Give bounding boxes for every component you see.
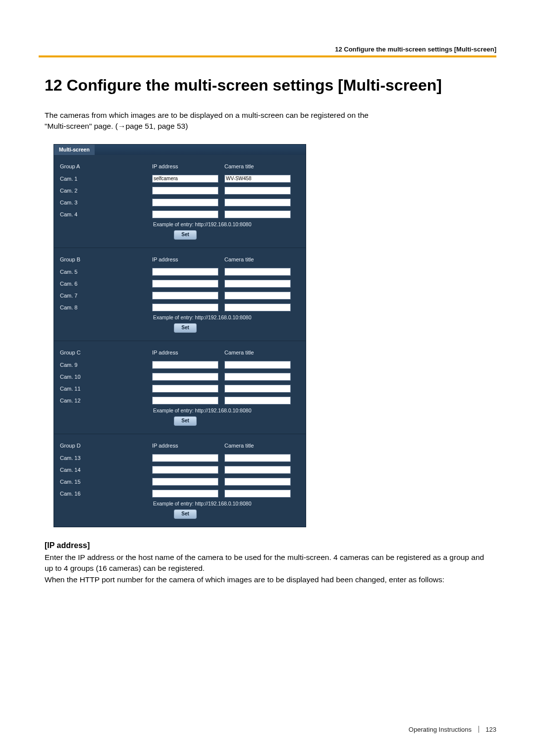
camera-title-input[interactable]: [224, 385, 291, 393]
group-header-row: Group BIP addressCamera title: [59, 254, 301, 265]
column-header-ip: IP address: [152, 350, 221, 355]
ip-address-input[interactable]: [152, 175, 218, 183]
ip-address-input[interactable]: [152, 490, 218, 498]
camera-label: Cam. 11: [59, 386, 152, 392]
column-header-title: Camera title: [224, 163, 294, 169]
footer-label: Operating Instructions: [409, 726, 472, 733]
column-header-title: Camera title: [224, 350, 294, 355]
intro-cross-ref: →page 51, page 53: [118, 122, 185, 130]
camera-title-input[interactable]: [224, 175, 291, 183]
camera-row: Cam. 6: [59, 278, 301, 290]
entry-example-text: Example of entry: http://192.168.0.10:80…: [153, 313, 301, 323]
camera-title-input[interactable]: [224, 373, 291, 381]
ip-address-input[interactable]: [152, 397, 218, 404]
group-header-row: Group AIP addressCamera title: [59, 161, 301, 172]
body-paragraph-1: Enter the IP address or the host name of…: [45, 552, 490, 574]
footer-separator: [479, 726, 479, 733]
camera-label: Cam. 2: [59, 188, 152, 194]
camera-title-input[interactable]: [224, 199, 291, 206]
camera-title-input[interactable]: [224, 187, 291, 195]
camera-title-input[interactable]: [224, 397, 291, 404]
camera-title-input[interactable]: [224, 466, 291, 474]
camera-label: Cam. 12: [59, 398, 152, 403]
column-header-ip: IP address: [152, 256, 221, 262]
camera-label: Cam. 16: [59, 491, 152, 497]
camera-row: Cam. 2: [59, 185, 301, 197]
footer-page-number: 123: [485, 726, 496, 733]
ip-address-input[interactable]: [152, 280, 218, 288]
column-header-title: Camera title: [224, 443, 294, 449]
camera-label: Cam. 13: [59, 455, 152, 461]
camera-title-input[interactable]: [224, 268, 291, 276]
camera-label: Cam. 10: [59, 374, 152, 380]
entry-example-text: Example of entry: http://192.168.0.10:80…: [153, 406, 301, 416]
camera-row: Cam. 1: [59, 173, 301, 185]
header-rule: [39, 55, 496, 57]
intro-paragraph: The cameras from which images are to be …: [45, 110, 490, 132]
entry-example-text: Example of entry: http://192.168.0.10:80…: [153, 500, 301, 509]
ip-address-input[interactable]: [152, 385, 218, 393]
ip-address-input[interactable]: [152, 361, 218, 369]
camera-label: Cam. 3: [59, 200, 152, 205]
ip-address-input[interactable]: [152, 454, 218, 462]
set-button[interactable]: Set: [174, 230, 197, 240]
camera-row: Cam. 10: [59, 371, 301, 383]
chapter-title: 12 Configure the multi-screen settings […: [45, 75, 490, 95]
ip-address-input[interactable]: [152, 187, 218, 195]
intro-line2-after: ): [185, 122, 188, 130]
group-name-label: Group D: [59, 443, 152, 449]
ip-address-input[interactable]: [152, 373, 218, 381]
camera-row: Cam. 14: [59, 464, 301, 476]
set-button[interactable]: Set: [174, 323, 197, 333]
camera-label: Cam. 7: [59, 293, 152, 299]
camera-title-input[interactable]: [224, 210, 291, 218]
tab-multi-screen[interactable]: Multi-screen: [54, 145, 95, 155]
camera-title-input[interactable]: [224, 490, 291, 498]
ip-address-input[interactable]: [152, 268, 218, 276]
set-button-row: Set: [174, 230, 301, 245]
set-button-row: Set: [174, 509, 301, 524]
camera-row: Cam. 13: [59, 452, 301, 464]
intro-line2-before: "Multi-screen" page. (: [45, 122, 118, 130]
running-header: 12 Configure the multi-screen settings […: [335, 46, 496, 53]
camera-row: Cam. 9: [59, 359, 301, 371]
multi-screen-panel: Multi-screen Group AIP addressCamera tit…: [54, 144, 306, 527]
group-name-label: Group A: [59, 163, 152, 169]
camera-title-input[interactable]: [224, 478, 291, 486]
field-heading-ip-address: [IP address]: [45, 541, 490, 550]
camera-label: Cam. 8: [59, 304, 152, 310]
ip-address-input[interactable]: [152, 199, 218, 206]
column-header-ip: IP address: [152, 163, 221, 169]
camera-title-input[interactable]: [224, 303, 291, 311]
camera-label: Cam. 5: [59, 269, 152, 275]
entry-example-text: Example of entry: http://192.168.0.10:80…: [153, 220, 301, 230]
camera-row: Cam. 4: [59, 208, 301, 220]
tab-strip-filler: [95, 145, 306, 155]
camera-title-input[interactable]: [224, 454, 291, 462]
group-name-label: Group B: [59, 256, 152, 262]
ip-address-input[interactable]: [152, 292, 218, 300]
camera-row: Cam. 7: [59, 290, 301, 302]
ip-address-input[interactable]: [152, 303, 218, 311]
group-block: Group CIP addressCamera titleCam. 9Cam. …: [54, 341, 306, 434]
camera-title-input[interactable]: [224, 292, 291, 300]
camera-row: Cam. 16: [59, 488, 301, 500]
camera-row: Cam. 3: [59, 197, 301, 208]
group-block: Group BIP addressCamera titleCam. 5Cam. …: [54, 248, 306, 341]
camera-label: Cam. 14: [59, 467, 152, 473]
ip-address-input[interactable]: [152, 466, 218, 474]
page-footer: Operating Instructions 123: [409, 726, 496, 733]
camera-title-input[interactable]: [224, 361, 291, 369]
ip-address-input[interactable]: [152, 210, 218, 218]
set-button[interactable]: Set: [174, 509, 197, 519]
camera-row: Cam. 15: [59, 476, 301, 488]
column-header-title: Camera title: [224, 256, 294, 262]
camera-title-input[interactable]: [224, 280, 291, 288]
intro-line1: The cameras from which images are to be …: [45, 111, 369, 119]
camera-label: Cam. 15: [59, 479, 152, 485]
camera-row: Cam. 8: [59, 302, 301, 313]
ip-address-input[interactable]: [152, 478, 218, 486]
camera-row: Cam. 12: [59, 395, 301, 406]
camera-label: Cam. 1: [59, 176, 152, 182]
set-button[interactable]: Set: [174, 416, 197, 426]
